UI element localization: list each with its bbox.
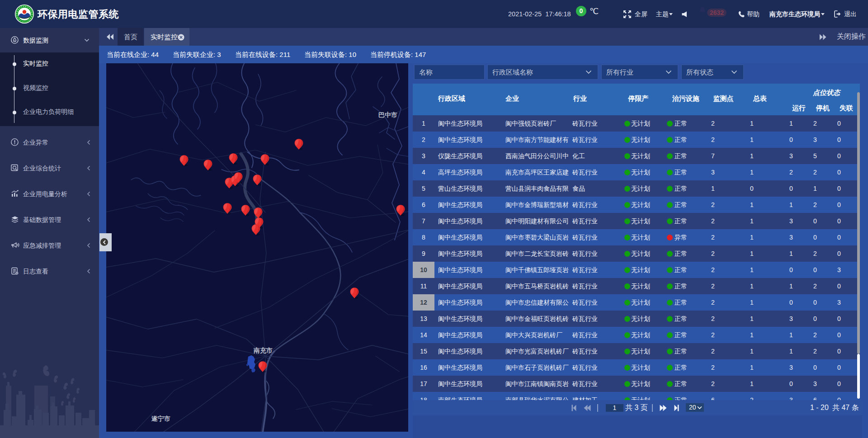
svg-text:南充市: 南充市 bbox=[253, 347, 273, 354]
svg-text:巴中市: 巴中市 bbox=[378, 111, 397, 118]
svg-text:环保监管: 环保监管 bbox=[20, 19, 29, 22]
svg-text:遂宁市: 遂宁市 bbox=[151, 415, 170, 422]
